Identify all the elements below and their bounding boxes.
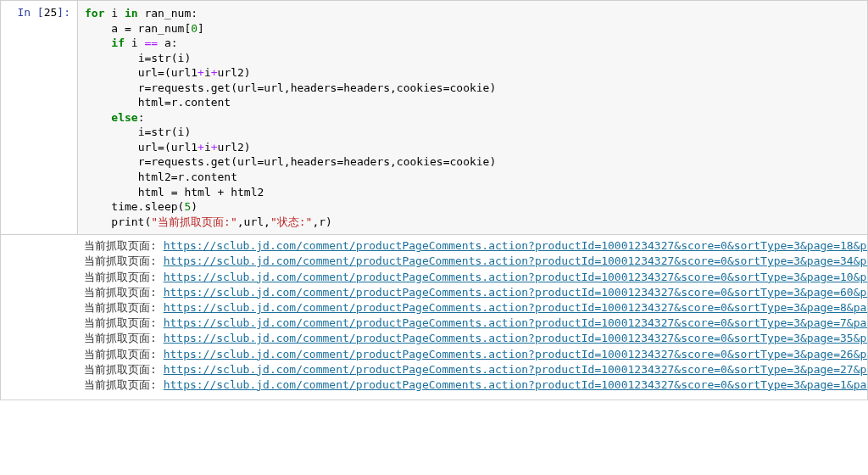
output-url-link[interactable]: https://sclub.jd.com/comment/productPage… (164, 254, 867, 267)
code-input-area[interactable]: for i in ran_num: a = ran_num[0] if i ==… (77, 1, 867, 234)
output-url-link[interactable]: https://sclub.jd.com/comment/productPage… (164, 332, 867, 344)
output-line: 当前抓取页面: https://sclub.jd.com/comment/pro… (84, 347, 860, 362)
output-line: 当前抓取页面: https://sclub.jd.com/comment/pro… (84, 285, 860, 300)
output-prefix-label: 当前抓取页面: (84, 316, 164, 329)
output-prefix-label: 当前抓取页面: (84, 378, 164, 391)
output-line: 当前抓取页面: https://sclub.jd.com/comment/pro… (84, 254, 860, 269)
prompt-bracket-open: [ (37, 6, 44, 19)
output-url-link[interactable]: https://sclub.jd.com/comment/productPage… (164, 271, 867, 283)
output-line: 当前抓取页面: https://sclub.jd.com/comment/pro… (84, 377, 860, 393)
output-url-link[interactable]: https://sclub.jd.com/comment/productPage… (164, 301, 867, 314)
output-line: 当前抓取页面: https://sclub.jd.com/comment/pro… (84, 238, 860, 254)
output-prefix-label: 当前抓取页面: (84, 271, 164, 283)
code-cell: In [25]: for i in ran_num: a = ran_num[0… (1, 0, 867, 235)
output-line: 当前抓取页面: https://sclub.jd.com/comment/pro… (84, 300, 860, 316)
prompt-bracket-close: ]: (57, 6, 70, 19)
output-line: 当前抓取页面: https://sclub.jd.com/comment/pro… (84, 331, 860, 346)
output-url-link[interactable]: https://sclub.jd.com/comment/productPage… (164, 316, 867, 329)
output-prefix-label: 当前抓取页面: (84, 363, 164, 376)
output-prefix-label: 当前抓取页面: (84, 286, 164, 299)
output-url-link[interactable]: https://sclub.jd.com/comment/productPage… (164, 348, 867, 360)
output-prefix-label: 当前抓取页面: (84, 332, 164, 344)
code-block[interactable]: for i in ran_num: a = ran_num[0] if i ==… (85, 6, 860, 229)
input-prompt: In [25]: (1, 1, 77, 234)
prompt-in-label: In (17, 6, 31, 19)
output-prefix-label: 当前抓取页面: (84, 301, 164, 314)
output-prefix-label: 当前抓取页面: (84, 348, 164, 360)
output-prefix-label: 当前抓取页面: (84, 239, 164, 252)
output-line: 当前抓取页面: https://sclub.jd.com/comment/pro… (84, 270, 860, 285)
output-url-link[interactable]: https://sclub.jd.com/comment/productPage… (164, 286, 867, 299)
output-prefix-label: 当前抓取页面: (84, 254, 164, 267)
notebook-cell-container: In [25]: for i in ran_num: a = ran_num[0… (0, 0, 868, 400)
output-url-link[interactable]: https://sclub.jd.com/comment/productPage… (164, 363, 867, 376)
output-prompt-spacer (1, 235, 77, 400)
prompt-exec-count: 25 (44, 6, 58, 19)
output-area[interactable]: 当前抓取页面: https://sclub.jd.com/comment/pro… (77, 235, 867, 400)
output-line: 当前抓取页面: https://sclub.jd.com/comment/pro… (84, 362, 860, 377)
output-line: 当前抓取页面: https://sclub.jd.com/comment/pro… (84, 316, 860, 331)
output-cell: 当前抓取页面: https://sclub.jd.com/comment/pro… (1, 235, 867, 400)
output-url-link[interactable]: https://sclub.jd.com/comment/productPage… (164, 239, 867, 252)
output-url-link[interactable]: https://sclub.jd.com/comment/productPage… (164, 378, 867, 391)
